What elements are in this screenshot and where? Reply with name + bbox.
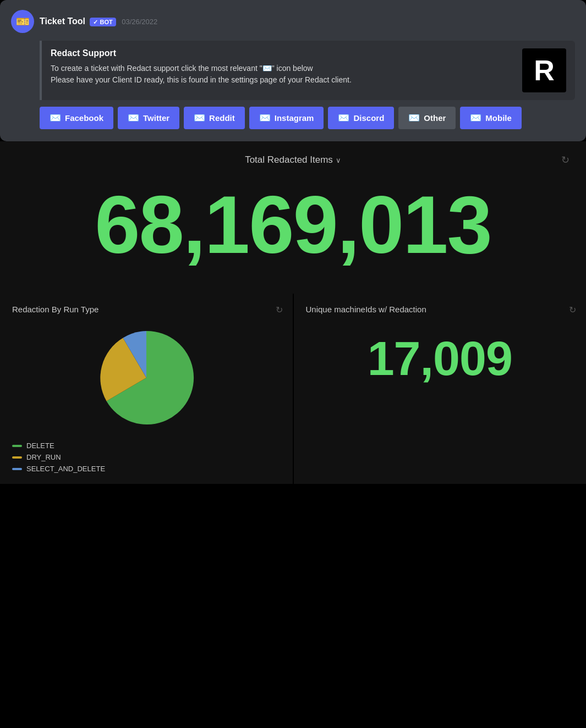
dashboard: Total Redacted Items ∨ ↻ 68,169,013 Reda…	[0, 141, 586, 484]
embed-thumbnail: R	[522, 48, 566, 92]
legend: DELETE DRY_RUN SELECT_AND_DELETE	[12, 442, 281, 473]
discord-button[interactable]: ✉️ Discord	[328, 107, 394, 129]
pie-chart	[12, 323, 281, 433]
mail-icon: ✉️	[338, 112, 349, 124]
legend-delete: DELETE	[12, 442, 281, 450]
mail-icon: ✉️	[50, 112, 61, 124]
mail-icon: ✉️	[408, 112, 420, 124]
bot-info: Ticket Tool ✓ BOT 03/26/2022	[40, 16, 157, 26]
refresh-icon[interactable]: ↻	[276, 305, 283, 315]
bot-badge: ✓ BOT	[90, 18, 116, 26]
refresh-icon[interactable]: ↻	[561, 154, 569, 166]
bot-date: 03/26/2022	[122, 18, 157, 26]
embed-content: Redact Support To create a ticket with R…	[51, 48, 513, 92]
mail-icon: ✉️	[128, 112, 139, 124]
unique-value: 17,009	[306, 330, 574, 387]
discord-panel: 🎫 Ticket Tool ✓ BOT 03/26/2022 Redact Su…	[0, 0, 586, 141]
embed-title: Redact Support	[51, 48, 513, 58]
reddit-button[interactable]: ✉️ Reddit	[184, 107, 245, 129]
total-redacted-panel: Total Redacted Items ∨ ↻ 68,169,013	[0, 141, 586, 294]
bot-header: 🎫 Ticket Tool ✓ BOT 03/26/2022	[11, 10, 575, 33]
unique-panel-title: Unique machineIds w/ Redaction	[306, 305, 574, 314]
total-panel-header: Total Redacted Items ∨ ↻	[17, 155, 569, 166]
embed-card: Redact Support To create a ticket with R…	[40, 41, 575, 100]
delete-dot	[12, 445, 22, 447]
pie-svg	[86, 323, 207, 433]
instagram-button[interactable]: ✉️ Instagram	[249, 107, 324, 129]
legend-selectdelete: SELECT_AND_DELETE	[12, 465, 281, 473]
bot-name: Ticket Tool	[40, 16, 85, 26]
mail-icon: ✉️	[194, 112, 205, 124]
bot-avatar: 🎫	[11, 10, 34, 33]
facebook-button[interactable]: ✉️ Facebook	[40, 107, 113, 129]
mail-icon: ✉️	[259, 112, 271, 124]
chevron-down-icon[interactable]: ∨	[336, 156, 341, 164]
mail-icon: ✉️	[470, 112, 481, 124]
bottom-panels: Redaction By Run Type ↻	[0, 294, 586, 484]
other-button[interactable]: ✉️ Other	[398, 107, 456, 129]
legend-dryrun: DRY_RUN	[12, 453, 281, 461]
unique-panel: Unique machineIds w/ Redaction ↻ 17,009	[293, 294, 587, 484]
pie-chart-panel: Redaction By Run Type ↻	[0, 294, 293, 484]
embed-description: To create a ticket with Redact support c…	[51, 63, 513, 86]
mobile-button[interactable]: ✉️ Mobile	[460, 107, 522, 129]
message-container: Redact Support To create a ticket with R…	[40, 41, 575, 129]
message-body: Redact Support To create a ticket with R…	[40, 41, 575, 129]
refresh-icon[interactable]: ↻	[569, 305, 576, 315]
twitter-button[interactable]: ✉️ Twitter	[118, 107, 179, 129]
support-buttons: ✉️ Facebook ✉️ Twitter ✉️ Reddit ✉️ Inst…	[40, 107, 575, 129]
pie-panel-title: Redaction By Run Type	[12, 305, 281, 314]
dryrun-dot	[12, 456, 22, 459]
selectdelete-dot	[12, 468, 22, 470]
total-redacted-value: 68,169,013	[17, 171, 569, 278]
